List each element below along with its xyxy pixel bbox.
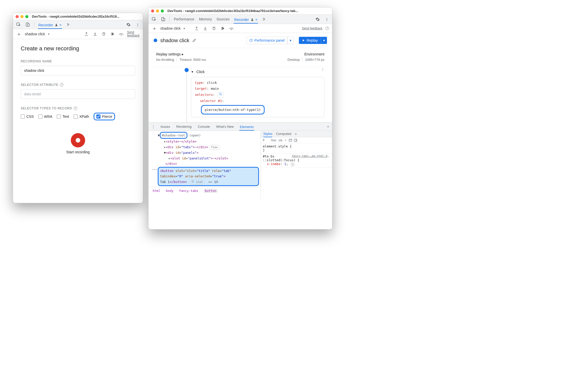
settings-icon[interactable] xyxy=(126,22,131,27)
import-icon[interactable] xyxy=(92,31,98,37)
step-kebab-icon[interactable]: ⋮ xyxy=(321,67,324,71)
collapse-icon[interactable]: ▼ xyxy=(191,70,194,73)
step-over-icon[interactable] xyxy=(118,31,124,37)
close-tab-icon[interactable]: × xyxy=(255,18,257,22)
tab-recorder[interactable]: Recorder × xyxy=(38,22,62,29)
zoom-window-icon[interactable] xyxy=(161,9,164,13)
drawer-tab-whatsnew[interactable]: What's New xyxy=(216,124,234,130)
edit-icon[interactable] xyxy=(192,38,196,42)
styles-tab[interactable]: Styles xyxy=(263,132,272,137)
crumb-fancy-tabs[interactable]: fancy-tabs xyxy=(179,189,198,193)
info-icon[interactable]: i xyxy=(291,163,294,166)
more-styles-tabs-icon[interactable]: » xyxy=(295,132,297,136)
checkbox[interactable] xyxy=(21,114,25,119)
add-rule-icon[interactable]: ＋ xyxy=(284,138,287,142)
delete-icon[interactable] xyxy=(101,31,107,37)
drawer-tab-console[interactable]: Console xyxy=(197,124,211,130)
slot-badge[interactable]: slot xyxy=(190,180,205,185)
settings-icon[interactable] xyxy=(315,16,320,22)
drawer-kebab-icon[interactable]: ⋮ xyxy=(152,125,155,129)
tab-sources[interactable]: Sources xyxy=(216,16,230,22)
replay-settings-toggle[interactable]: Replay settings ▸ xyxy=(156,52,184,56)
crumb-body[interactable]: body xyxy=(166,189,174,193)
close-window-icon[interactable] xyxy=(16,15,19,18)
add-flow-icon[interactable]: ＋ xyxy=(16,31,22,37)
checkbox[interactable] xyxy=(57,114,61,119)
drawer-tab-rendering[interactable]: Rendering xyxy=(176,124,192,130)
checkbox[interactable] xyxy=(96,114,100,119)
add-flow-icon[interactable]: ＋ xyxy=(152,26,157,31)
env-size: 1095×778 px xyxy=(305,58,324,62)
tab-memory[interactable]: Memory xyxy=(198,16,212,22)
send-feedback-link[interactable]: Send feedback xyxy=(127,31,140,37)
check-pierce[interactable]: Pierce xyxy=(96,114,112,119)
play-icon xyxy=(302,39,305,42)
filter-input[interactable]: F xyxy=(263,139,269,142)
help-icon[interactable]: ? xyxy=(60,83,63,87)
help-icon[interactable]: ? xyxy=(74,107,77,110)
checkbox[interactable] xyxy=(74,114,78,119)
step-name: Click xyxy=(196,70,205,74)
performance-panel-button[interactable]: Performance panel xyxy=(246,37,287,44)
tab-performance[interactable]: Performance xyxy=(173,16,195,22)
dom-tree[interactable]: ▼#shadow-root (open) ▸<style>⋯</style> ▸… xyxy=(149,131,261,199)
perf-panel-button-group: Performance panel ▾ xyxy=(246,37,294,44)
step-over-icon[interactable] xyxy=(229,26,234,31)
minimize-window-icon[interactable] xyxy=(156,9,159,13)
zoom-window-icon[interactable] xyxy=(25,15,28,18)
kebab-menu-icon[interactable]: ⋮ xyxy=(135,22,140,27)
device-toggle-icon[interactable] xyxy=(25,22,30,27)
toggle-sidebar-icon[interactable] xyxy=(289,139,292,142)
svg-rect-11 xyxy=(289,139,292,142)
chevron-down-icon[interactable]: ▾ xyxy=(48,32,50,36)
export-icon[interactable] xyxy=(84,31,89,37)
selected-element-highlight[interactable]: <button slot="slot="title" role="tab" ta… xyxy=(158,167,259,186)
export-icon[interactable] xyxy=(194,26,199,31)
replay-dropdown[interactable]: ▾ xyxy=(321,37,327,44)
pick-element-icon[interactable] xyxy=(218,92,223,98)
style-rule-tabs[interactable]: fancy-tabs-…mo.html:302 #ta bs ::slotted… xyxy=(261,153,332,167)
drawer-tab-issues[interactable]: Issues xyxy=(160,124,171,130)
help-icon[interactable]: ? xyxy=(325,27,329,30)
toggle-computed-icon[interactable] xyxy=(294,139,297,142)
recording-name-input[interactable] xyxy=(21,66,135,75)
rule-source-link[interactable]: fancy-tabs-…mo.html:302 xyxy=(292,154,330,158)
chevron-down-icon[interactable]: ▾ xyxy=(184,27,185,30)
hov-toggle[interactable]: :hov xyxy=(270,139,276,142)
kebab-menu-icon[interactable]: ⋮ xyxy=(324,16,330,22)
computed-tab[interactable]: Computed xyxy=(276,132,291,136)
flex-badge[interactable]: flex xyxy=(209,145,220,150)
inspect-icon[interactable] xyxy=(16,22,21,27)
step-header[interactable]: ▼ Click xyxy=(184,70,324,74)
replay-button[interactable]: Replay xyxy=(299,37,321,44)
drawer-close-icon[interactable]: × xyxy=(327,125,329,129)
check-aria[interactable]: ARIA xyxy=(38,114,52,119)
cls-toggle[interactable]: .cls xyxy=(278,139,282,142)
delete-icon[interactable] xyxy=(211,26,217,31)
crumb-button[interactable]: button xyxy=(204,189,217,193)
check-text[interactable]: Text xyxy=(57,114,69,119)
tab-recorder[interactable]: Recorder × xyxy=(234,17,258,24)
crumb-html[interactable]: html xyxy=(153,189,160,193)
send-feedback-link[interactable]: Send feedback xyxy=(302,27,322,30)
recording-name-label: RECORDING NAME xyxy=(21,60,135,63)
selector-attribute-input[interactable] xyxy=(21,89,135,99)
step-play-icon[interactable] xyxy=(110,31,115,37)
record-button[interactable] xyxy=(71,133,85,147)
more-tabs-icon[interactable] xyxy=(262,16,267,22)
device-toggle-icon[interactable] xyxy=(160,16,166,22)
close-window-icon[interactable] xyxy=(151,9,154,13)
inspect-icon[interactable] xyxy=(151,16,157,22)
style-rule-element[interactable]: element.style { } xyxy=(261,143,332,153)
minimize-window-icon[interactable] xyxy=(20,15,24,18)
more-tabs-icon[interactable] xyxy=(66,22,71,27)
check-css[interactable]: CSS xyxy=(21,114,34,119)
svg-rect-12 xyxy=(294,139,297,142)
step-play-icon[interactable] xyxy=(220,26,225,31)
import-icon[interactable] xyxy=(202,26,208,31)
drawer-tab-elements[interactable]: Elements xyxy=(239,124,254,131)
check-xpath[interactable]: XPath xyxy=(74,114,89,119)
checkbox[interactable] xyxy=(38,114,42,119)
perf-panel-dropdown[interactable]: ▾ xyxy=(287,37,294,44)
close-tab-icon[interactable]: × xyxy=(60,23,62,27)
